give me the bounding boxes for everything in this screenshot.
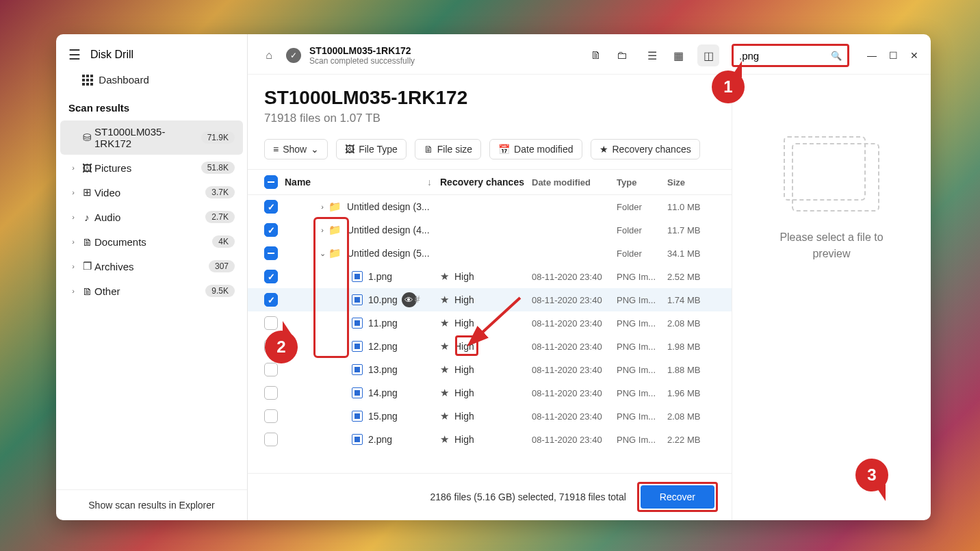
app-title: Disk Drill (90, 49, 133, 61)
page-subtitle: 71918 files on 1.07 TB (264, 112, 715, 125)
row-checkbox[interactable] (264, 386, 278, 400)
sidebar-item[interactable]: ›🖼Pictures51.8K (60, 156, 243, 179)
other-icon: 🗎 (79, 285, 94, 297)
show-filter-button[interactable]: ≡ Show ⌄ (264, 139, 328, 159)
file-name: 12.png (368, 341, 398, 352)
hex-icon[interactable]: # (415, 294, 427, 306)
select-all-checkbox[interactable] (264, 175, 278, 189)
star-icon: ★ (440, 387, 449, 399)
star-icon: ★ (440, 410, 449, 422)
sidebar-item[interactable]: ›⊞Video3.7K (60, 181, 243, 204)
row-checkbox[interactable] (264, 316, 278, 330)
sidebar-item[interactable]: ›🗎Other9.5K (60, 279, 243, 303)
row-checkbox[interactable]: ✓ (264, 270, 278, 283)
maximize-button[interactable]: ☐ (889, 50, 898, 61)
close-button[interactable]: ✕ (910, 50, 918, 61)
table-row[interactable]: 14.png ★High 08-11-2020 23:40 PNG Im... … (248, 381, 732, 405)
file-name: 13.png (368, 364, 398, 375)
file-name: Untitled design (3... (347, 201, 430, 212)
recovery-filter-button[interactable]: ★ Recovery chances (591, 139, 700, 159)
row-checkbox[interactable]: ✓ (264, 223, 278, 237)
table-row[interactable]: 13.png ★High 08-11-2020 23:40 PNG Im... … (248, 358, 732, 381)
preview-panel-toggle[interactable]: ◫ (697, 44, 719, 66)
sidebar-dashboard[interactable]: Dashboard (56, 73, 247, 95)
star-icon: ★ (440, 433, 449, 446)
topbar: ⌂ ✓ ST1000LM035-1RK172 Scan completed su… (248, 34, 931, 75)
table-row[interactable]: 2.png ★High 08-11-2020 23:40 PNG Im... 2… (248, 428, 732, 451)
page-title: ST1000LM035-1RK172 (264, 87, 715, 109)
file-name: Untitled design (4... (347, 225, 430, 235)
file-icon (352, 387, 363, 398)
home-icon[interactable]: ⌂ (260, 47, 278, 64)
col-date[interactable]: Date modified (532, 177, 617, 188)
archive-icon: ❐ (79, 260, 94, 272)
file-name: Untitled design (5... (347, 248, 430, 259)
search-box[interactable]: 🔍 (732, 44, 849, 67)
sidebar-item[interactable]: ›♪Audio2.7K (60, 205, 243, 229)
show-in-explorer-button[interactable]: Show scan results in Explorer (56, 489, 247, 520)
file-name: 14.png (368, 387, 398, 398)
status-check-icon: ✓ (286, 48, 301, 63)
annotation-3: 3 (855, 459, 888, 491)
row-checkbox[interactable] (264, 409, 278, 423)
preview-panel: Please select a file topreview (732, 75, 931, 520)
sidebar: ☰ Disk Drill Dashboard Scan results ⛁ST1… (56, 34, 248, 520)
folder-icon[interactable]: 🗀 (611, 44, 633, 66)
grid-view-icon[interactable]: ▦ (667, 44, 689, 66)
search-icon[interactable]: 🔍 (831, 51, 842, 61)
file-icon[interactable]: 🗎 (585, 44, 607, 66)
file-name: 10.png (368, 294, 398, 305)
drive-icon: ⛁ (79, 131, 94, 144)
col-name[interactable]: Name (285, 177, 311, 188)
row-checkbox[interactable] (264, 433, 278, 446)
file-icon (352, 364, 363, 375)
table-header: Name↓ Recovery chances Date modified Typ… (248, 170, 732, 195)
file-name: 2.png (368, 434, 392, 445)
star-icon: ★ (440, 340, 449, 353)
col-size[interactable]: Size (667, 177, 722, 188)
file-name: 15.png (368, 411, 398, 422)
star-icon: ★ (440, 363, 449, 376)
recover-button[interactable]: Recover (641, 485, 714, 509)
audio-icon: ♪ (79, 212, 94, 223)
video-icon: ⊞ (79, 186, 94, 198)
file-name: 1.png (368, 271, 392, 282)
row-checkbox[interactable]: ✓ (264, 293, 278, 307)
selection-stats: 2186 files (5.16 GB) selected, 71918 fil… (430, 491, 626, 502)
footer-bar: 2186 files (5.16 GB) selected, 71918 fil… (248, 473, 732, 520)
file-icon (352, 434, 363, 445)
grid-icon (82, 75, 93, 86)
menu-icon[interactable]: ☰ (68, 47, 81, 63)
annotation-arrow (465, 294, 534, 349)
table-row[interactable]: 15.png ★High 08-11-2020 23:40 PNG Im... … (248, 405, 732, 428)
sidebar-section-label: Scan results (56, 95, 247, 119)
svg-line-0 (479, 298, 520, 335)
sidebar-item[interactable]: ›❐Archives307 (60, 255, 243, 278)
search-input[interactable] (739, 50, 831, 62)
file-icon (352, 411, 363, 422)
sidebar-item[interactable]: ⛁ST1000LM035-1RK17271.9K (60, 120, 243, 155)
file-icon (352, 294, 363, 305)
col-type[interactable]: Type (617, 177, 667, 188)
minimize-button[interactable]: — (867, 50, 877, 61)
breadcrumb-subtitle: Scan completed successfully (309, 56, 577, 66)
row-checkbox[interactable] (264, 363, 278, 376)
row-checkbox[interactable]: ✓ (264, 200, 278, 214)
date-filter-button[interactable]: 📅 Date modified (489, 139, 582, 159)
table-row[interactable]: ✓ ›📁Untitled design (3... Folder 11.0 MB (248, 195, 732, 218)
list-view-icon[interactable]: ☰ (641, 44, 663, 66)
sidebar-item[interactable]: ›🗎Documents4K (60, 230, 243, 253)
main-panel: ⌂ ✓ ST1000LM035-1RK172 Scan completed su… (248, 34, 931, 520)
annotation-1: 1 (712, 71, 745, 103)
col-recovery[interactable]: Recovery chances (440, 177, 532, 188)
filesize-filter-button[interactable]: 🗎 File size (415, 139, 481, 159)
row-checkbox[interactable] (264, 246, 278, 260)
star-icon: ★ (440, 270, 449, 283)
filetype-filter-button[interactable]: 🖼 File Type (336, 139, 407, 159)
file-icon (352, 271, 363, 282)
app-window: ☰ Disk Drill Dashboard Scan results ⛁ST1… (56, 34, 931, 520)
annotation-checkbox-outline (313, 217, 349, 358)
folder-icon: 📁 (328, 201, 341, 213)
star-icon: ★ (440, 317, 449, 329)
doc-icon: 🗎 (79, 236, 94, 248)
